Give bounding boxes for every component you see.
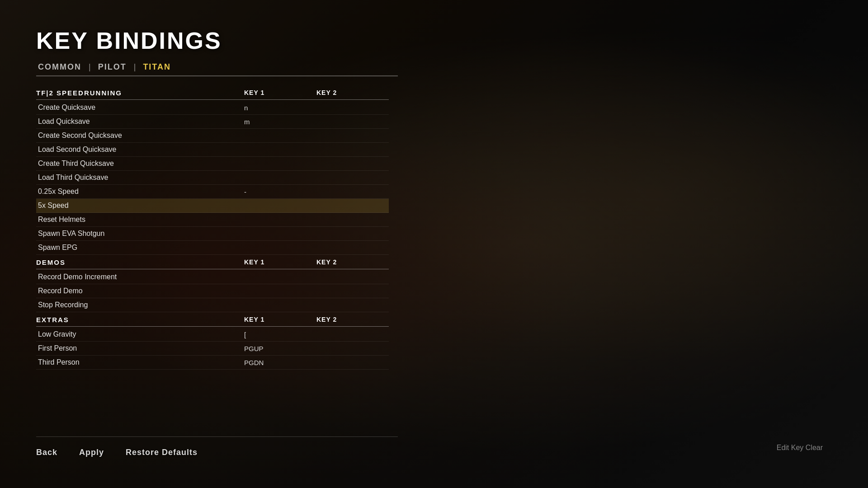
col-key1-demos: KEY 1: [244, 258, 316, 266]
col-key2-demos: KEY 2: [316, 258, 389, 266]
col-key2-speedrunning: KEY 2: [316, 89, 389, 97]
tab-common[interactable]: COMMON: [36, 62, 83, 72]
bottom-bar: Back Apply Restore Defaults: [36, 436, 398, 461]
binding-row[interactable]: Create Quicksave n: [36, 101, 389, 115]
binding-row[interactable]: Record Demo: [36, 284, 389, 298]
section-title-demos: DEMOS: [36, 258, 244, 266]
binding-row[interactable]: 0.25x Speed -: [36, 185, 389, 199]
section-title-extras: EXTRAS: [36, 316, 244, 324]
tab-pilot[interactable]: PILOT: [96, 62, 128, 72]
tab-bar: COMMON | PILOT | TITAN: [36, 62, 398, 76]
binding-name: 5x Speed: [36, 202, 244, 210]
binding-name: Reset Helmets: [36, 216, 244, 224]
binding-key1: [: [244, 331, 316, 338]
binding-name: Create Third Quicksave: [36, 160, 244, 168]
binding-key1: PGUP: [244, 345, 316, 352]
binding-name: Load Third Quicksave: [36, 174, 244, 182]
edit-key-hint: Edit Key Clear: [777, 444, 823, 452]
binding-name: First Person: [36, 344, 244, 352]
col-key1-speedrunning: KEY 1: [244, 89, 316, 97]
binding-row[interactable]: Record Demo Increment: [36, 270, 389, 284]
binding-row[interactable]: Spawn EPG: [36, 241, 389, 255]
back-button[interactable]: Back: [36, 444, 57, 461]
page-title: KEY BINDINGS: [36, 27, 398, 54]
binding-name: Create Quicksave: [36, 103, 244, 112]
binding-row[interactable]: Low Gravity [: [36, 328, 389, 342]
binding-name: Load Second Quicksave: [36, 145, 244, 154]
tab-sep-2: |: [134, 62, 136, 72]
binding-row[interactable]: Load Quicksave m: [36, 115, 389, 129]
binding-name: Spawn EVA Shotgun: [36, 230, 244, 238]
col-key2-extras: KEY 2: [316, 316, 389, 324]
binding-name: Spawn EPG: [36, 244, 244, 252]
binding-row[interactable]: Create Third Quicksave: [36, 157, 389, 171]
binding-row[interactable]: Load Third Quicksave: [36, 171, 389, 185]
binding-name: Third Person: [36, 358, 244, 366]
restore-defaults-button[interactable]: Restore Defaults: [126, 444, 198, 461]
bindings-scroll[interactable]: TF|2 SPEEDRUNNING KEY 1 KEY 2 Create Qui…: [36, 85, 398, 426]
binding-row[interactable]: 5x Speed: [36, 199, 389, 213]
binding-row[interactable]: Create Second Quicksave: [36, 129, 389, 143]
binding-name: Record Demo Increment: [36, 273, 244, 281]
binding-name: Stop Recording: [36, 301, 244, 309]
main-content: KEY BINDINGS COMMON | PILOT | TITAN TF|2…: [0, 0, 434, 488]
binding-key1: PGDN: [244, 359, 316, 366]
tab-titan[interactable]: TITAN: [141, 62, 173, 72]
binding-key1: m: [244, 118, 316, 126]
binding-name: Create Second Quicksave: [36, 131, 244, 140]
binding-name: Record Demo: [36, 287, 244, 295]
section-header-extras: EXTRAS KEY 1 KEY 2: [36, 316, 389, 327]
binding-row[interactable]: Reset Helmets: [36, 213, 389, 227]
binding-row[interactable]: Third Person PGDN: [36, 356, 389, 370]
tab-sep-1: |: [89, 62, 91, 72]
section-header-demos: DEMOS KEY 1 KEY 2: [36, 258, 389, 269]
binding-row[interactable]: Spawn EVA Shotgun: [36, 227, 389, 241]
binding-key1: n: [244, 104, 316, 112]
apply-button[interactable]: Apply: [79, 444, 104, 461]
binding-row[interactable]: First Person PGUP: [36, 342, 389, 356]
binding-row[interactable]: Stop Recording: [36, 298, 389, 312]
binding-name: 0.25x Speed: [36, 188, 244, 196]
binding-row[interactable]: Load Second Quicksave: [36, 143, 389, 157]
binding-name: Low Gravity: [36, 330, 244, 338]
section-header-speedrunning: TF|2 SPEEDRUNNING KEY 1 KEY 2: [36, 89, 389, 100]
binding-key1: -: [244, 188, 316, 196]
section-title-speedrunning: TF|2 SPEEDRUNNING: [36, 89, 244, 97]
col-key1-extras: KEY 1: [244, 316, 316, 324]
bindings-container: TF|2 SPEEDRUNNING KEY 1 KEY 2 Create Qui…: [36, 85, 398, 426]
binding-name: Load Quicksave: [36, 117, 244, 126]
